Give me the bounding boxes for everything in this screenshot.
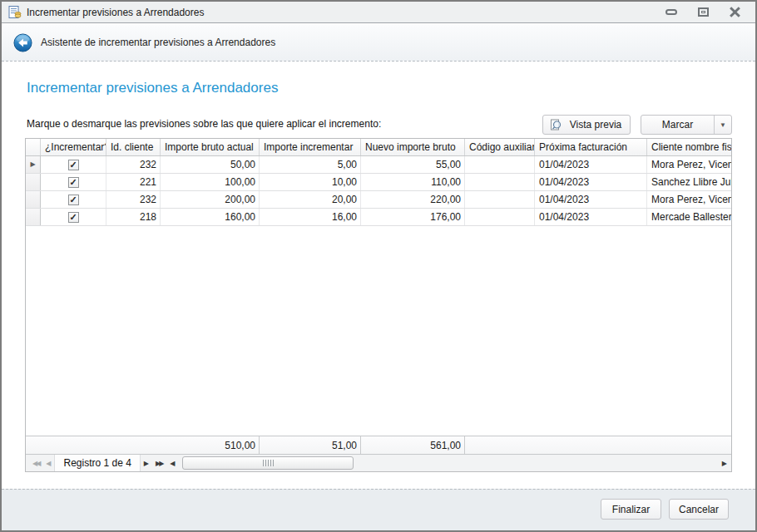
first-record-button[interactable]: ◀◀ [29,455,42,472]
page-title: Incrementar previsiones a Arrendadores [27,80,278,96]
preview-button-label: Vista previa [562,119,630,131]
table-row: ✓ 218 160,00 16,00 176,00 01/04/2023 Mer… [26,209,731,226]
cell-aux-code [465,191,535,208]
cell-increase: 20,00 [260,191,361,208]
grid-empty-area [26,226,731,436]
minimize-icon [665,9,677,15]
footer-bar: Finalizar Cancelar [2,489,755,530]
preview-button[interactable]: Vista previa [542,115,631,135]
app-icon [8,6,22,19]
last-record-button[interactable]: ▶▶ [152,455,166,472]
cell-increase: 5,00 [260,156,361,173]
cell-next-billing: 01/04/2023 [535,209,647,225]
row-selector[interactable]: ▶ [26,156,41,173]
header-aux-code[interactable]: Código auxiliar [465,139,535,155]
maximize-icon [698,7,709,17]
increment-checkbox-cell[interactable]: ✓ [41,191,106,208]
current-row-marker-icon: ▶ [30,161,35,168]
cell-next-billing: 01/04/2023 [535,156,647,173]
cell-client-name: Mora Perez, Vicente [647,156,731,173]
scroll-left-button[interactable]: ◀ [166,455,179,472]
table-row: ✓ 221 100,00 10,00 110,00 01/04/2023 San… [26,174,731,191]
next-record-button[interactable]: ▶ [141,455,152,472]
summary-increase: 51,00 [260,436,361,454]
record-navigator: ◀◀ ◀ Registro 1 de 4 ▶ ▶▶ ◀ ▶ [26,454,731,471]
back-button[interactable] [13,33,32,52]
window-controls [662,5,750,20]
window-title: Incrementar previsiones a Arrendadores [27,7,204,18]
cell-gross-current: 200,00 [161,191,260,208]
header-increase[interactable]: Importe incrementar [260,139,361,155]
close-button[interactable] [725,5,744,20]
cell-gross-new: 176,00 [361,209,465,225]
header-gross-current[interactable]: Importe bruto actual [161,139,260,155]
minimize-button[interactable] [662,5,680,20]
wizard-header: Asistente de incrementar previsiones a A… [2,24,755,62]
previous-record-button[interactable]: ◀ [42,455,54,472]
chevron-down-icon: ▼ [720,121,726,129]
cell-increase: 10,00 [260,174,361,190]
summary-gross-new: 561,00 [361,436,465,454]
header-row-selector [26,139,41,155]
horizontal-scrollbar-track[interactable] [181,455,715,471]
record-position-label: Registro 1 de 4 [54,455,140,471]
cell-next-billing: 01/04/2023 [535,174,647,190]
cell-increase: 16,00 [260,209,361,225]
cell-gross-current: 50,00 [161,156,260,173]
increment-checkbox-cell[interactable]: ✓ [41,156,106,173]
header-gross-new[interactable]: Nuevo importe bruto [361,139,465,155]
instruction-text: Marque o desmarque las previsiones sobre… [27,118,381,130]
row-selector[interactable] [26,209,41,225]
table-row: ✓ 232 200,00 20,00 220,00 01/04/2023 Mor… [26,191,731,209]
cancel-button[interactable]: Cancelar [669,499,729,520]
checkbox-icon: ✓ [68,195,79,205]
cell-gross-new: 220,00 [361,191,465,208]
cell-gross-current: 100,00 [161,174,260,190]
row-selector[interactable] [26,191,41,208]
cell-gross-new: 110,00 [361,174,465,190]
cell-client-name: Sanchez Llibre Julian [647,174,731,190]
increment-checkbox-cell[interactable]: ✓ [41,174,106,190]
maximize-button[interactable] [694,5,712,20]
previsions-grid: ¿Incrementar? Id. cliente Importe bruto … [25,138,732,472]
row-selector[interactable] [26,174,41,190]
cell-aux-code [465,174,535,190]
header-client-name[interactable]: Cliente nombre fiscal [647,139,731,155]
wizard-title: Asistente de incrementar previsiones a A… [41,37,275,48]
checkbox-icon: ✓ [68,177,79,188]
cell-aux-code [465,156,535,173]
summary-gross-current: 510,00 [161,436,260,454]
checkbox-icon: ✓ [68,160,79,170]
horizontal-scrollbar-thumb[interactable] [182,456,354,470]
wizard-window: Incrementar previsiones a Arrendadores A… [0,0,757,532]
cell-client-id: 232 [106,156,161,173]
mark-dropdown-button[interactable]: ▼ [715,116,731,134]
increment-checkbox-cell[interactable]: ✓ [41,209,106,225]
titlebar: Incrementar previsiones a Arrendadores [2,2,755,23]
header-increment[interactable]: ¿Incrementar? [41,139,106,155]
summary-row: 510,00 51,00 561,00 [26,436,731,454]
cell-client-name: Mora Perez, Vicente [647,191,731,208]
preview-icon [550,119,562,131]
scroll-right-button[interactable]: ▶ [718,455,731,472]
cell-aux-code [465,209,535,225]
checkbox-icon: ✓ [68,212,79,223]
cell-client-id: 218 [106,209,161,225]
cell-gross-current: 160,00 [161,209,260,225]
cell-client-name: Mercade Ballesteros, [647,209,731,225]
table-row: ▶ ✓ 232 50,00 5,00 55,00 01/04/2023 Mora… [26,156,731,174]
grid-header-row: ¿Incrementar? Id. cliente Importe bruto … [26,139,731,156]
scrollbar-grip-icon [263,460,274,466]
cell-next-billing: 01/04/2023 [535,191,647,208]
cell-client-id: 221 [106,174,161,190]
cell-client-id: 232 [106,191,161,208]
mark-split-button[interactable]: Marcar ▼ [641,115,732,135]
mark-button-label: Marcar [641,119,714,131]
header-next-billing[interactable]: Próxima facturación [535,139,647,155]
finish-button[interactable]: Finalizar [601,499,661,520]
close-icon [730,7,740,17]
cell-gross-new: 55,00 [361,156,465,173]
header-client-id[interactable]: Id. cliente [106,139,161,155]
